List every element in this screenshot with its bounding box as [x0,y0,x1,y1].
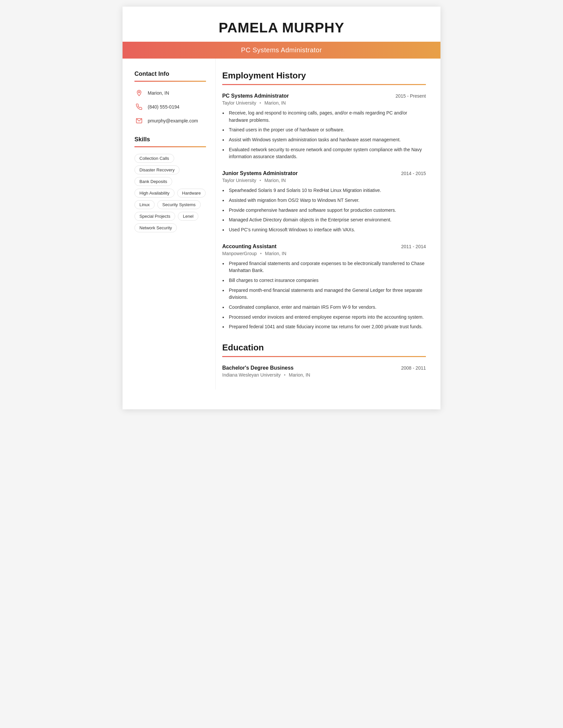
email-icon [134,116,144,125]
main-content: Employment History PC Systems Administra… [215,59,441,389]
contact-location: Marion, IN [134,88,206,98]
svg-point-0 [138,91,140,93]
skill-tag: Bank Deposits [134,177,172,186]
job-company: ManpowerGroup • Marion, IN [222,251,426,256]
job-bullet: Processed vendor invoices and entered em… [222,314,426,321]
job-bullet: Assisted with migration from OS/2 Warp t… [222,197,426,204]
job-title-banner: PC Systems Administrator [122,46,441,54]
job-bullet: Assist with Windows system administratio… [222,136,426,144]
skills-divider [134,146,206,147]
job-bullets: Prepared financial statements and corpor… [222,260,426,331]
skill-tag: Collection Calls [134,154,174,163]
job-bullet: Prepared month-end financial statements … [222,287,426,301]
header: PAMELA MURPHY [122,7,441,36]
skills-section-title: Skills [134,136,206,143]
job-dates: 2011 - 2014 [401,244,426,249]
job-company: Taylor University • Marion, IN [222,178,426,183]
skill-tag: High Availability [134,189,174,198]
job-bullets: Spearheaded Solaris 9 and Solaris 10 to … [222,187,426,233]
job-title: Junior Systems Administrator [222,170,298,176]
email-text: pmurphy@example.com [148,118,198,123]
job-dates: 2015 - Present [396,93,426,99]
job-dates: 2014 - 2015 [401,171,426,176]
job-block: Junior Systems Administrator2014 - 2015T… [222,170,426,233]
skill-tag: Disaster Recovery [134,165,179,174]
education-section: Education Bachelor's Degree Business2008… [222,342,426,378]
job-bullet: Receive, log and respond to incoming cal… [222,110,426,124]
job-bullet: Prepared federal 1041 and state fiduciar… [222,323,426,331]
skill-tag: Lenel [178,212,198,221]
job-title: Accounting Assistant [222,244,276,250]
location-text: Marion, IN [148,90,169,96]
skills-section: Skills Collection CallsDisaster Recovery… [134,136,206,232]
header-banner: PC Systems Administrator [122,42,441,59]
education-section-title: Education [222,342,426,353]
job-header: Junior Systems Administrator2014 - 2015 [222,170,426,176]
sidebar: Contact Info Marion, IN [122,59,215,389]
job-bullet: Used PC's running Microsoft Windows to i… [222,226,426,234]
skill-tag: Security Systems [157,200,200,209]
candidate-name: PAMELA MURPHY [136,20,427,36]
job-bullet: Coordinated compliance, enter and mainta… [222,304,426,311]
phone-text: (840) 555-0194 [148,104,179,110]
job-block: PC Systems Administrator2015 - PresentTa… [222,93,426,160]
job-block: Accounting Assistant2011 - 2014ManpowerG… [222,244,426,331]
contact-divider [134,81,206,82]
job-bullets: Receive, log and respond to incoming cal… [222,110,426,160]
job-bullet: Evaluated network security to ensure net… [222,146,426,160]
contact-email: pmurphy@example.com [134,116,206,125]
skill-tag: Network Security [134,223,177,232]
contact-section: Contact Info Marion, IN [134,70,206,125]
employment-divider [222,84,426,85]
employment-section-title: Employment History [222,70,426,81]
skill-tag: Special Projects [134,212,175,221]
edu-container: Bachelor's Degree Business2008 - 2011Ind… [222,365,426,378]
resume-container: PAMELA MURPHY PC Systems Administrator C… [122,7,441,409]
job-bullet: Bill charges to correct insurance compan… [222,277,426,284]
job-bullet: Managed Active Directory domain objects … [222,216,426,224]
phone-icon [134,102,144,112]
job-company: Taylor University • Marion, IN [222,100,426,106]
job-header: PC Systems Administrator2015 - Present [222,93,426,99]
education-divider [222,356,426,357]
edu-degree: Bachelor's Degree Business [222,365,294,371]
job-bullet: Prepared financial statements and corpor… [222,260,426,274]
job-bullet: Spearheaded Solaris 9 and Solaris 10 to … [222,187,426,194]
body-layout: Contact Info Marion, IN [122,59,441,389]
job-header: Accounting Assistant2011 - 2014 [222,244,426,250]
job-bullet: Trained users in the proper use of hardw… [222,126,426,134]
contact-phone: (840) 555-0194 [134,102,206,112]
contact-section-title: Contact Info [134,70,206,77]
job-bullet: Provide comprehensive hardware and softw… [222,207,426,214]
skill-tag: Hardware [177,189,206,198]
location-icon [134,88,144,98]
edu-dates: 2008 - 2011 [401,365,426,371]
skill-tag: Linux [134,200,155,209]
employment-section: Employment History PC Systems Administra… [222,70,426,331]
skills-tags-container: Collection CallsDisaster RecoveryBank De… [134,154,206,232]
job-title: PC Systems Administrator [222,93,289,99]
jobs-container: PC Systems Administrator2015 - PresentTa… [222,93,426,331]
edu-school: Indiana Wesleyan University • Marion, IN [222,372,426,378]
edu-block: Bachelor's Degree Business2008 - 2011Ind… [222,365,426,378]
